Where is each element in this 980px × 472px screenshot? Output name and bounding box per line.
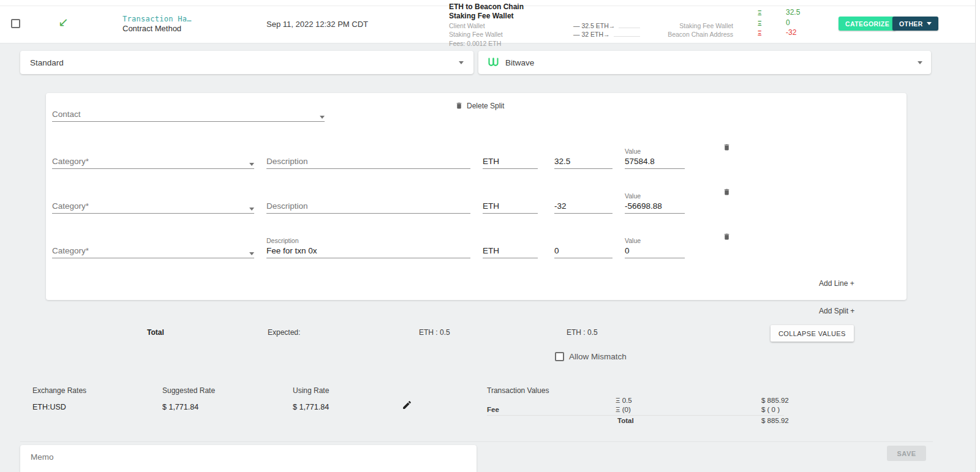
- value-field: Value: [625, 148, 685, 169]
- description-input[interactable]: [266, 157, 470, 169]
- template-select-value: Standard: [30, 58, 459, 67]
- other-button[interactable]: OTHER: [892, 17, 938, 31]
- value-label: Value: [625, 237, 685, 244]
- description-field: [266, 201, 470, 214]
- value-input[interactable]: [625, 201, 685, 214]
- amount-input[interactable]: [554, 201, 612, 214]
- chevron-down-icon: [927, 22, 932, 25]
- value-input[interactable]: [625, 157, 685, 169]
- transfer-from: Staking Fee Wallet: [449, 31, 573, 38]
- ticker-field[interactable]: ETH: [483, 201, 538, 214]
- category-select[interactable]: Category*: [52, 198, 254, 214]
- transaction-header-row: ↙ Transaction Ha… Contract Method Sep 11…: [0, 0, 980, 43]
- save-button[interactable]: SAVE: [887, 446, 926, 461]
- ticker-field[interactable]: ETH: [483, 246, 538, 258]
- delete-split-button[interactable]: Delete Split: [455, 101, 504, 110]
- category-placeholder: Category*: [52, 246, 89, 255]
- expected-label: Expected:: [268, 328, 300, 337]
- allow-mismatch-label: Allow Mismatch: [569, 352, 627, 361]
- header-amount-negative: -32: [786, 28, 796, 37]
- chevron-down-icon: [459, 61, 464, 64]
- categorize-button[interactable]: CATEGORIZE: [839, 17, 896, 31]
- trash-icon: [455, 101, 463, 110]
- trash-icon: [723, 232, 731, 241]
- category-select[interactable]: Category*: [52, 242, 254, 258]
- connection-select[interactable]: Bitwave: [478, 51, 931, 74]
- category-placeholder: Category*: [52, 157, 89, 166]
- contact-select-placeholder: Contact: [52, 110, 81, 119]
- line-total-value: ETH : 0.5: [419, 328, 450, 337]
- split-line-row: Category* ETH Value: [46, 141, 907, 169]
- transfer-row: Staking Fee Wallet — 32 ETH→ Beacon Chai…: [449, 30, 733, 38]
- collapse-values-button[interactable]: COLLAPSE VALUES: [771, 325, 854, 342]
- amount-field: [554, 201, 612, 214]
- transfer-amount: — 32.5 ETH→: [573, 22, 615, 29]
- category-select-inner: Category*: [52, 153, 254, 169]
- description-input[interactable]: [266, 201, 470, 214]
- category-select-inner: Category*: [52, 198, 254, 214]
- edit-rate-pencil-icon[interactable]: [402, 400, 412, 410]
- memo-input[interactable]: [31, 452, 466, 462]
- category-placeholder: Category*: [52, 201, 89, 211]
- transaction-title: ETH to Beacon Chain: [449, 2, 733, 12]
- chevron-down-icon: [249, 163, 254, 166]
- delete-line-button[interactable]: [723, 187, 731, 199]
- ticker-value: ETH: [483, 157, 538, 169]
- description-field: [266, 157, 470, 169]
- delete-line-button[interactable]: [723, 143, 731, 154]
- transaction-date: Sep 11, 2022 12:32 PM CDT: [266, 20, 368, 29]
- eth-symbol-icon: Ξ: [758, 20, 761, 27]
- transaction-categorize-page: ↙ Transaction Ha… Contract Method Sep 11…: [0, 0, 980, 472]
- eth-symbol-icon: Ξ: [758, 10, 761, 17]
- transaction-checkbox[interactable]: [11, 19, 20, 28]
- chevron-down-icon: [918, 61, 922, 64]
- allow-mismatch-checkbox[interactable]: [555, 352, 564, 361]
- delete-line-button[interactable]: [723, 232, 731, 244]
- transaction-hash-link[interactable]: Transaction Ha…: [123, 15, 192, 23]
- total-label: Total: [147, 328, 164, 337]
- ticker-value: ETH: [483, 246, 538, 258]
- memo-card: [20, 445, 477, 472]
- transaction-values-label: Transaction Values: [487, 386, 549, 395]
- value-field: Value: [625, 237, 685, 258]
- tv-total-usd: $ 885.92: [761, 417, 789, 424]
- value-label: Value: [625, 192, 685, 200]
- transfer-line: [619, 28, 640, 28]
- scrollbar-track[interactable]: [975, 0, 980, 472]
- transfer-row: Client Wallet — 32.5 ETH→ Staking Fee Wa…: [449, 21, 733, 29]
- tv-fee-label: Fee: [487, 406, 499, 413]
- template-select[interactable]: Standard: [20, 51, 473, 74]
- footer-divider: [20, 441, 933, 442]
- transfer-to: Staking Fee Wallet: [641, 22, 733, 29]
- ticker-field[interactable]: ETH: [483, 157, 538, 169]
- using-rate-label: Using Rate: [293, 386, 329, 395]
- split-line-row: Category* Description ETH Value: [46, 230, 907, 258]
- tv-eth-amount: Ξ 0.5: [616, 397, 632, 404]
- transaction-subtitle: Staking Fee Wallet: [449, 12, 733, 21]
- tv-usd-amount: $ 885.92: [761, 397, 789, 404]
- chevron-down-icon: [249, 252, 254, 255]
- amount-input[interactable]: [554, 246, 612, 258]
- transfer-amount: — 32 ETH→: [573, 31, 610, 38]
- add-split-button[interactable]: Add Split +: [819, 307, 854, 315]
- tv-divider: [487, 415, 784, 416]
- tv-fee-usd: $ ( 0 ): [761, 406, 780, 413]
- transaction-fees: Fees: 0.0012 ETH: [449, 40, 733, 47]
- description-input[interactable]: [266, 246, 470, 258]
- description-field: Description: [266, 237, 470, 258]
- value-input[interactable]: [625, 246, 685, 258]
- category-select[interactable]: Category*: [52, 153, 254, 169]
- amount-input[interactable]: [554, 157, 612, 169]
- amount-field: [554, 157, 612, 169]
- transfer-line: [614, 36, 640, 37]
- contract-method-label: Contract Method: [123, 24, 181, 33]
- add-line-button[interactable]: Add Line +: [819, 279, 854, 288]
- category-select-inner: Category*: [52, 242, 254, 258]
- split-panel: Delete Split Contact Category* ETH: [46, 93, 907, 300]
- tv-total-label: Total: [617, 417, 634, 424]
- other-button-label: OTHER: [899, 20, 923, 28]
- contact-select[interactable]: Contact: [52, 106, 325, 122]
- tv-fee-eth: Ξ (0): [616, 406, 631, 413]
- amount-field: [554, 246, 612, 258]
- using-rate-value: $ 1,771.84: [293, 403, 329, 411]
